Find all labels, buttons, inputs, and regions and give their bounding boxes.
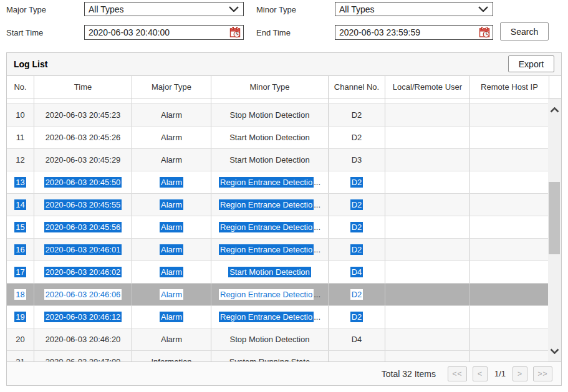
cell-user [385,239,470,261]
selected-text: Alarm [160,199,183,210]
table-row[interactable]: 192020-06-03 20:46:12AlarmRegion Entranc… [7,306,561,328]
cell-channel: D3 [329,149,385,171]
table-row[interactable]: 102020-06-03 20:45:23AlarmStop Motion De… [7,104,561,127]
cell-major: Alarm [132,171,211,193]
cell-time: 2020-06-03 20:46:12 [34,306,132,328]
column-header-major-type: Major Type [132,76,211,98]
cell-minor: Start Motion Detection [211,127,329,148]
chevron-up-icon[interactable] [548,107,561,113]
cell-user [385,104,470,126]
table-row[interactable]: 112020-06-03 20:45:26AlarmStart Motion D… [7,127,561,149]
cell-time: 2020-06-03 20:45:23 [34,104,132,126]
major-type-select[interactable]: All Types [84,2,244,16]
end-time-field [335,25,493,40]
page-indicator: 1/1 [494,369,506,378]
chevron-down-icon[interactable] [548,348,561,354]
cell-ip [470,328,549,350]
cell-channel: D2 [329,216,385,238]
previous-page-button[interactable]: < [473,366,488,381]
truncation-ellipsis: ... [314,290,320,299]
cell-user [385,328,470,350]
cell-user [385,127,470,148]
table-row[interactable]: 182020-06-03 20:46:06AlarmRegion Entranc… [7,284,561,306]
cell-channel: D2 [329,194,385,216]
search-button[interactable]: Search [500,22,549,41]
minor-type-select[interactable]: All Types [335,2,493,16]
table-row[interactable]: 152020-06-03 20:45:56AlarmRegion Entranc… [7,216,561,239]
selected-text: Region Entrance Detectio [219,199,314,210]
selected-text: 2020-06-03 20:45:50 [44,177,122,188]
cell-major: Alarm [132,104,211,126]
selected-text: Start Motion Detection [228,267,311,277]
cell-minor: Region Entrance Detectio... [211,171,329,193]
selected-text: 2020-06-03 20:45:55 [44,199,122,210]
selected-text: 2020-06-03 20:46:06 [44,289,122,300]
empty-cell [329,98,385,103]
cell-major: Alarm [132,261,211,283]
minor-type-selected-value: All Types [335,4,478,14]
export-button[interactable]: Export [508,55,554,72]
table-row[interactable]: 142020-06-03 20:45:55AlarmRegion Entranc… [7,194,561,216]
cell-major: Information [132,351,211,361]
selected-text: 17 [14,267,26,277]
cell-no: 10 [7,104,34,126]
cell-time: 2020-06-03 20:45:56 [34,216,132,238]
truncation-ellipsis: ... [314,312,320,322]
cell-ip [470,216,549,238]
cell-channel [329,351,385,361]
major-type-label: Major Type [6,5,46,15]
table-row[interactable]: 132020-06-03 20:45:50AlarmRegion Entranc… [7,171,561,194]
empty-cell [470,98,549,103]
table-row[interactable]: 202020-06-03 20:46:20AlarmStop Motion De… [7,328,561,351]
end-time-input[interactable] [335,26,478,39]
cell-minor: Stop Motion Detection [211,104,329,126]
cell-ip [470,284,549,305]
selected-text: Alarm [160,244,183,255]
cell-channel: D4 [329,328,385,350]
table-row[interactable]: 122020-06-03 20:45:29AlarmStart Motion D… [7,149,561,171]
first-page-button[interactable]: << [448,366,467,381]
table-row[interactable]: 172020-06-03 20:46:02AlarmStart Motion D… [7,261,561,284]
cell-channel: D2 [329,171,385,193]
cell-time: 2020-06-03 20:45:26 [34,127,132,148]
pagination-bar: Total 32 Items << < 1/1 > >> [7,361,561,385]
cell-no: 19 [7,306,34,328]
total-items-label: Total 32 Items [382,369,436,379]
selected-text: Region Entrance Detectio [219,222,314,232]
cell-time: 2020-06-03 20:46:06 [34,284,132,305]
cell-minor: Start Motion Detection [211,149,329,171]
selected-text: 16 [14,244,26,255]
cell-no: 21 [7,351,34,361]
table-row[interactable]: 162020-06-03 20:46:01AlarmRegion Entranc… [7,239,561,261]
scrollbar-thumb[interactable] [549,182,560,254]
cell-minor: Start Motion Detection [211,261,329,283]
cell-no: 13 [7,171,34,193]
calendar-clock-icon[interactable] [478,26,491,39]
last-page-button[interactable]: >> [533,366,552,381]
cell-channel: D2 [329,284,385,305]
empty-cell [211,98,329,103]
cell-major: Alarm [132,194,211,216]
cell-time: 2020-06-03 20:45:29 [34,149,132,171]
cell-minor: Region Entrance Detectio... [211,284,329,305]
cell-time: 2020-06-03 20:45:55 [34,194,132,216]
truncation-ellipsis: ... [314,222,320,232]
selected-text: 13 [14,177,26,188]
next-page-button[interactable]: > [513,366,527,381]
table-row[interactable]: 212020-06-03 20:47:00InformationSystem R… [7,351,561,361]
start-time-input[interactable] [85,26,229,39]
column-header-minor-type: Minor Type [211,76,329,98]
truncation-ellipsis: ... [314,200,320,209]
selected-text: Alarm [160,222,183,232]
vertical-scrollbar[interactable] [548,98,561,361]
empty-cell [7,98,34,103]
cell-major: Alarm [132,328,211,350]
cell-major: Alarm [132,239,211,261]
cell-channel: D2 [329,104,385,126]
cell-ip [470,306,549,328]
table-viewport: 102020-06-03 20:45:23AlarmStop Motion De… [7,98,561,361]
column-header-time: Time [34,76,132,98]
cell-user [385,216,470,238]
calendar-clock-icon[interactable] [229,26,241,39]
page-title: Log List [14,59,47,69]
